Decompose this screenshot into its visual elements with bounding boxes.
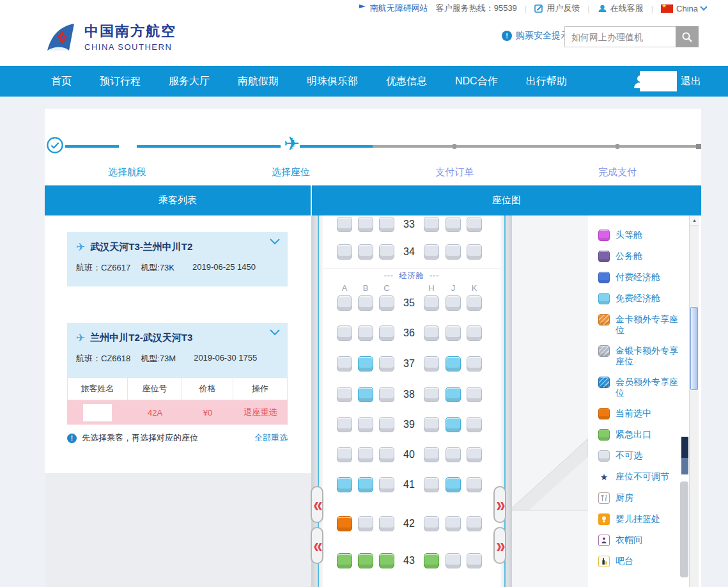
- seat-38K: [467, 387, 482, 402]
- step-pending-dot: [452, 144, 457, 149]
- exit-chevron-right-icon: »: [496, 492, 503, 517]
- online-service-link[interactable]: 在线客服: [598, 3, 644, 14]
- scroll-up-arrow[interactable]: ▲: [690, 215, 699, 226]
- search-button[interactable]: [676, 26, 699, 47]
- legend-label: 头等舱: [616, 230, 682, 240]
- no-recline-star-icon: ★: [598, 471, 610, 483]
- legend-item-free-economy: 免费经济舱: [598, 293, 683, 304]
- legend-item-gold-silver-extra: 金银卡额外专享座位: [598, 345, 683, 367]
- nav-item-6[interactable]: NDC合作: [455, 75, 498, 88]
- tab-passenger-list[interactable]: 乘客列表: [45, 185, 311, 215]
- feedback-link[interactable]: 用户反馈: [534, 3, 580, 14]
- seat-43H[interactable]: [424, 553, 439, 568]
- legend-item-member-extra: 会员额外专享座位: [598, 377, 683, 398]
- seat-42K: [467, 516, 482, 531]
- nav-item-4[interactable]: 明珠俱乐部: [307, 75, 358, 88]
- nav-item-2[interactable]: 服务大厅: [169, 75, 210, 88]
- row-number-35: 35: [399, 295, 419, 311]
- brand-name-en: CHINA SOUTHERN: [84, 42, 176, 52]
- seat-36H: [424, 325, 439, 341]
- seat-40C: [379, 447, 394, 462]
- seat-34B: [358, 244, 373, 260]
- seat-40K: [467, 447, 482, 462]
- seat-41C: [379, 477, 394, 492]
- legend-swatch-free-economy: [598, 293, 610, 304]
- legend-swatch-exit: [598, 429, 610, 441]
- legend-swatch-gold-extra: [598, 314, 610, 325]
- booking-steps: ✈ 选择航段 选择座位 支付订单 完成支付: [45, 109, 701, 185]
- legend-label: 会员额外专享座位: [616, 377, 682, 398]
- legend-swatch-paid-economy: [598, 272, 610, 283]
- logout-button[interactable]: 退出: [681, 75, 701, 88]
- row-number-33: 33: [399, 217, 419, 232]
- seat-39J[interactable]: [445, 417, 461, 432]
- legend-label: 免费经济舱: [616, 293, 682, 304]
- legend-label: 金卡额外专享座位: [616, 314, 682, 336]
- seat-43A[interactable]: [337, 553, 352, 568]
- seat-43C[interactable]: [379, 553, 394, 568]
- seat-37C: [379, 356, 394, 372]
- seat-35C: [379, 295, 394, 311]
- seat-41A[interactable]: [337, 477, 352, 492]
- seat-38B[interactable]: [358, 387, 373, 402]
- column-letter-H: H: [424, 283, 439, 293]
- seat-43K: [467, 553, 482, 568]
- seat-36B: [358, 325, 373, 341]
- seat-34J: [445, 244, 461, 260]
- brand-logo[interactable]: 中国南方航空 CHINA SOUTHERN: [45, 22, 176, 52]
- vertical-scrollbar[interactable]: ▲: [689, 215, 699, 587]
- wardrobe-icon: [598, 535, 610, 546]
- legend-swatch-gold-silver-extra: [598, 345, 610, 357]
- seat-33K: [467, 217, 482, 232]
- seat-39A: [337, 417, 352, 432]
- seat-40B: [358, 447, 373, 462]
- legend-label: 紧急出口: [616, 429, 682, 440]
- seat-35K: [467, 295, 482, 311]
- nav-item-5[interactable]: 优惠信息: [386, 75, 427, 88]
- seat-37J[interactable]: [445, 356, 461, 372]
- seat-38J[interactable]: [445, 387, 461, 402]
- legend-swatch-blocked: [598, 450, 610, 462]
- search-input[interactable]: [564, 26, 676, 47]
- exit-door-right: »: [493, 486, 506, 523]
- legend-item-bassinet: 婴儿挂篮处: [598, 513, 683, 525]
- seat-33H: [424, 217, 439, 232]
- seat-37H: [424, 356, 439, 372]
- site-search: [564, 26, 699, 47]
- row-number-36: 36: [399, 325, 419, 341]
- step-done-check-icon: [45, 136, 65, 157]
- seat-43B[interactable]: [358, 553, 373, 568]
- legend-swatch-member-extra: [598, 377, 610, 388]
- seat-34K: [467, 244, 482, 260]
- safety-tip-link[interactable]: ! 购票安全提示: [502, 30, 569, 42]
- column-letter-A: A: [337, 283, 352, 293]
- seat-38A: [337, 387, 352, 402]
- seat-33J: [445, 217, 461, 232]
- seat-42A[interactable]: [337, 516, 352, 531]
- nav-item-0[interactable]: 首页: [51, 75, 72, 88]
- scrollbar-thumb[interactable]: [690, 307, 698, 390]
- seat-36C: [379, 325, 394, 341]
- legend-swatch-selected: [598, 408, 610, 419]
- region-selector[interactable]: ★ China: [661, 4, 706, 13]
- legend-item-first: 头等舱: [598, 230, 683, 241]
- column-letter-B: B: [358, 283, 373, 293]
- nav-item-1[interactable]: 预订行程: [100, 75, 141, 88]
- step-pending-dot: [615, 144, 620, 149]
- seat-41B[interactable]: [358, 477, 373, 492]
- seat-37B[interactable]: [358, 356, 373, 372]
- alert-icon: !: [502, 31, 512, 41]
- row-number-37: 37: [399, 356, 419, 372]
- seat-41J[interactable]: [445, 477, 461, 492]
- seat-35B: [358, 295, 373, 311]
- feedback-form-icon: [534, 4, 543, 13]
- headset-icon: [598, 4, 607, 13]
- accessibility-site-link[interactable]: 南航无障碍网站: [358, 3, 428, 14]
- row-number-43: 43: [399, 553, 419, 568]
- legend-label: 厨房: [616, 492, 682, 503]
- nav-item-7[interactable]: 出行帮助: [526, 75, 567, 88]
- legend-swatch-first: [598, 230, 610, 241]
- tab-seat-map[interactable]: 座位图: [312, 185, 701, 215]
- legend-label: 付费经济舱: [616, 272, 682, 283]
- nav-item-3[interactable]: 南航假期: [238, 75, 279, 88]
